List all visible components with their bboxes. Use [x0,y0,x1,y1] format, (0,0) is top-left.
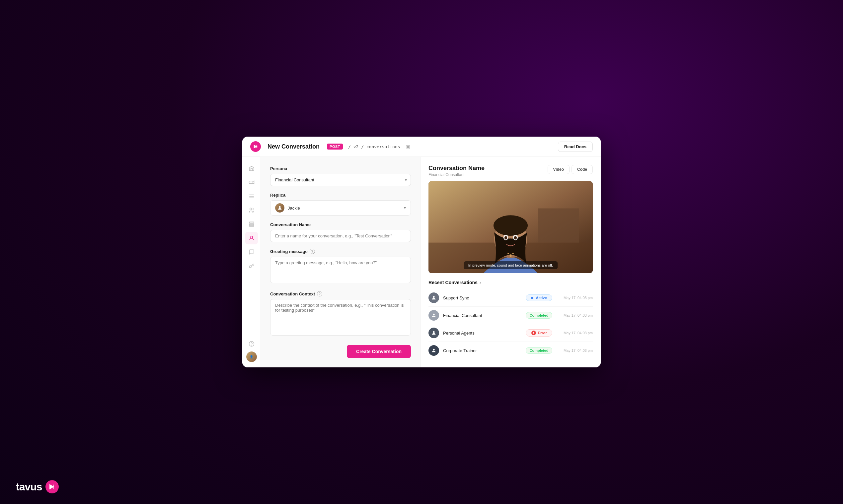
conv-avatar [429,292,439,303]
sidebar-item-rows[interactable] [245,218,258,231]
user-avatar[interactable]: 👤 [246,352,257,362]
create-conversation-button[interactable]: Create Conversation [347,345,411,358]
conversation-name-input[interactable] [270,230,411,242]
tab-video[interactable]: Video [548,165,569,174]
svg-point-23 [494,215,528,236]
conv-avatar [429,345,439,356]
svg-point-28 [510,255,512,257]
conversation-name-label: Conversation Name [270,222,411,227]
context-label: Conversation Context ? [270,291,411,296]
video-background [429,181,593,273]
conversation-list-item[interactable]: Personal Agents !Error May 17, 04:03 pm [429,324,593,342]
sidebar-item-help[interactable] [245,338,258,350]
persona-select-wrapper: Financial Consultant Corporate Trainer S… [270,174,411,186]
context-help-icon[interactable]: ? [317,291,322,296]
main-window: New Conversation POST / v2 / conversatio… [242,137,601,367]
conv-status-badge: Active [526,294,552,301]
form-footer: Create Conversation [270,345,411,358]
conv-status-badge: Completed [526,312,552,319]
conv-avatar [429,310,439,321]
conversation-list-item[interactable]: Corporate Trainer Completed May 17, 04:0… [429,342,593,359]
persona-field-group: Persona Financial Consultant Corporate T… [270,166,411,186]
preview-subtitle: Financial Consultant [429,173,485,177]
top-bar: New Conversation POST / v2 / conversatio… [242,137,601,157]
svg-point-30 [433,314,434,315]
recent-conversations-arrow[interactable]: › [480,280,481,285]
preview-tab-group: Video Code [548,165,593,174]
read-docs-button[interactable]: Read Docs [558,142,593,152]
brand-logo-icon [48,483,56,491]
sidebar-item-users[interactable] [245,204,258,217]
svg-point-29 [433,296,434,298]
preview-header: Conversation Name Financial Consultant V… [429,165,593,177]
persona-select[interactable]: Financial Consultant Corporate Trainer S… [270,174,411,186]
svg-point-7 [250,208,252,210]
branding: tavus [16,480,59,493]
http-method-badge: POST [327,144,343,149]
conversation-list-item[interactable]: Support Sync Active May 17, 04:03 pm [429,289,593,307]
preview-title: Conversation Name [429,165,485,172]
replica-avatar [275,203,285,213]
sidebar: 👤 [242,157,261,367]
svg-rect-18 [538,209,579,243]
context-textarea[interactable] [270,299,411,336]
recent-conversations-title: Recent Conversations [429,280,478,285]
sidebar-item-key[interactable] [245,259,258,272]
svg-point-15 [279,206,280,208]
video-caption: In preview mode, sound and face animatio… [464,261,557,269]
brand-name: tavus [16,481,42,493]
conv-name: Corporate Trainer [443,348,522,353]
greeting-field-group: Greeting message ? [270,249,411,285]
svg-rect-10 [249,226,254,227]
tab-code[interactable]: Code [571,165,593,174]
svg-rect-8 [249,222,254,223]
sidebar-item-chat[interactable] [245,246,258,258]
sidebar-item-home[interactable] [245,162,258,175]
conv-name: Financial Consultant [443,313,522,318]
sidebar-item-video[interactable] [245,176,258,189]
tavus-logo [250,141,261,152]
conversations-list: Support Sync Active May 17, 04:03 pm Fin… [429,289,593,359]
conv-name: Support Sync [443,295,522,301]
svg-rect-2 [249,181,253,184]
copy-icon[interactable]: ▣ [406,144,410,149]
conversation-list-item[interactable]: Financial Consultant Completed May 17, 0… [429,307,593,324]
context-field-group: Conversation Context ? [270,291,411,337]
replica-select[interactable]: Jackie ▾ [270,200,411,216]
replica-name: Jackie [288,205,400,211]
conv-name: Personal Agents [443,330,522,336]
persona-label: Persona [270,166,411,171]
svg-point-27 [514,236,517,239]
video-preview-inner: In preview mode, sound and face animatio… [429,181,593,273]
brand-logo [46,480,59,493]
replica-chevron-icon: ▾ [404,205,406,210]
sidebar-item-list[interactable] [245,190,258,203]
svg-marker-34 [53,484,54,489]
recent-conversations-header: Recent Conversations › [429,280,593,285]
conv-time: May 17, 04:03 pm [556,331,593,335]
greeting-help-icon[interactable]: ? [310,249,315,254]
conv-time: May 17, 04:03 pm [556,296,593,300]
preview-title-block: Conversation Name Financial Consultant [429,165,485,177]
api-path: / v2 / conversations [348,144,400,149]
sidebar-item-persona[interactable] [245,232,258,245]
svg-point-32 [433,349,434,350]
svg-marker-3 [253,181,254,184]
svg-point-12 [249,266,251,268]
conv-time: May 17, 04:03 pm [556,313,593,317]
svg-marker-1 [256,145,258,148]
body-layout: 👤 Persona Financial Consultant Corporate… [242,157,601,367]
page-title: New Conversation [268,143,320,150]
svg-point-31 [433,331,434,333]
svg-point-11 [251,236,253,238]
svg-rect-9 [249,224,254,225]
main-content: Persona Financial Consultant Corporate T… [261,157,601,367]
conv-avatar [429,328,439,338]
replica-field-group: Replica Jackie ▾ [270,193,411,216]
greeting-textarea[interactable] [270,257,411,283]
greeting-label: Greeting message ? [270,249,411,254]
conv-time: May 17, 04:03 pm [556,348,593,353]
conv-status-badge: Completed [526,347,552,354]
conversation-name-field-group: Conversation Name [270,222,411,242]
video-preview: In preview mode, sound and face animatio… [429,181,593,273]
